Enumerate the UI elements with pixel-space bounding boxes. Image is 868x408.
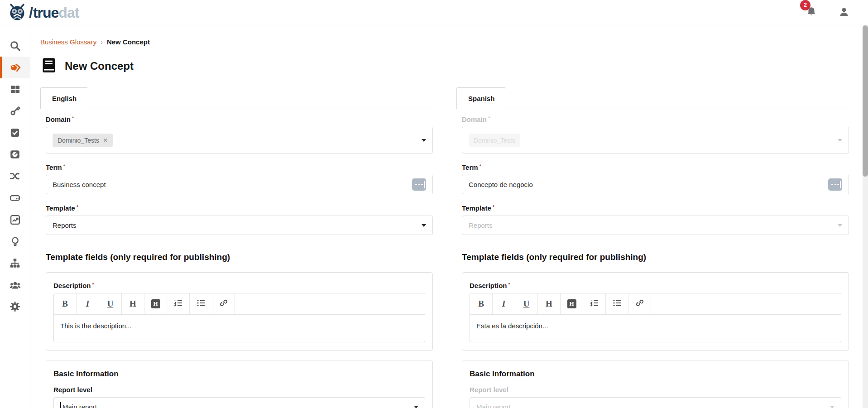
breadcrumb: Business Glossary › New Concept	[40, 38, 849, 46]
basic-information-card: Basic Information Report level Main repo…	[46, 360, 433, 408]
description-textarea[interactable]: This is the description...	[54, 315, 425, 342]
required-asterisk: *	[63, 163, 65, 169]
template-value: Reports	[53, 221, 77, 229]
template-select[interactable]: Reports	[46, 216, 433, 235]
chip-remove-icon[interactable]: ✕	[103, 138, 108, 143]
link-button[interactable]	[628, 293, 651, 314]
sidebar-item-quality[interactable]	[0, 144, 30, 165]
underline-button[interactable]: U	[99, 293, 122, 314]
sidebar-item-rules[interactable]	[0, 122, 30, 144]
user-icon	[838, 11, 850, 19]
term-input[interactable]: Business concept	[46, 175, 433, 194]
sidebar-item-search[interactable]	[0, 35, 30, 57]
heading-block-button[interactable]: H	[561, 293, 583, 314]
notification-count-badge: 2	[800, 0, 810, 10]
app-header: /truedat 2	[0, 0, 868, 25]
basic-information-heading: Basic Information	[470, 370, 841, 379]
unordered-list-button[interactable]	[190, 293, 212, 314]
chevron-down-icon	[422, 224, 426, 227]
template-label: Template*	[462, 204, 849, 212]
breadcrumb-separator: ›	[101, 38, 103, 46]
rich-text-editor: B I U H H Esta es la descripción...	[470, 293, 841, 342]
notifications-button[interactable]: 2	[806, 6, 817, 19]
italic-button[interactable]: I	[77, 293, 99, 314]
sidebar-item-structures[interactable]	[0, 187, 30, 209]
main-content: Business Glossary › New Concept New Conc…	[30, 25, 868, 408]
domain-select-disabled: Dominio_Tests✕	[462, 127, 849, 154]
heading-button[interactable]: H	[538, 293, 561, 314]
sidebar-item-permissions[interactable]	[0, 100, 30, 122]
ordered-list-icon	[174, 298, 183, 309]
term-label: Term*	[46, 163, 433, 171]
sidebar-item-lineage[interactable]	[0, 165, 30, 187]
domain-chip: Dominio_Tests✕	[469, 134, 520, 147]
unordered-list-icon	[613, 298, 622, 309]
required-asterisk: *	[488, 115, 490, 121]
template-fields-heading: Template fields (only required for publi…	[46, 252, 433, 262]
text-expand-button[interactable]	[412, 178, 426, 191]
editor-toolbar: B I U H H	[470, 293, 841, 315]
required-asterisk: *	[77, 204, 78, 210]
report-level-label: Report level	[53, 386, 425, 394]
required-asterisk: *	[72, 115, 74, 121]
domain-select[interactable]: Dominio_Tests✕	[46, 127, 433, 154]
sidebar-item-settings[interactable]	[0, 296, 30, 317]
tab-spanish[interactable]: Spanish	[456, 87, 506, 109]
sidebar-item-users[interactable]	[0, 274, 30, 296]
bold-button[interactable]: B	[470, 293, 493, 314]
template-label: Template*	[46, 204, 433, 212]
term-input[interactable]: Concepto de negocio	[462, 175, 849, 194]
basic-information-card: Basic Information Report level Main repo…	[462, 360, 849, 408]
bold-button[interactable]: B	[54, 293, 77, 314]
book-icon	[40, 57, 58, 76]
basic-information-heading: Basic Information	[53, 370, 425, 379]
chevron-down-icon	[838, 224, 842, 227]
sidebar-nav	[0, 25, 30, 408]
required-asterisk: *	[92, 282, 94, 287]
ordered-list-icon	[590, 298, 599, 309]
server-icon	[9, 192, 21, 204]
template-fields-heading: Template fields (only required for publi…	[462, 252, 849, 262]
breadcrumb-current: New Concept	[107, 38, 150, 46]
text-expand-button[interactable]	[828, 178, 842, 191]
description-label: Description*	[470, 282, 841, 289]
template-select-disabled: Reports	[462, 216, 849, 235]
italic-button[interactable]: I	[493, 293, 515, 314]
user-menu-button[interactable]	[838, 6, 850, 19]
grid-icon	[10, 84, 21, 95]
sidebar-item-insights[interactable]	[0, 230, 30, 252]
spanish-tabs-row: Spanish	[456, 87, 849, 109]
search-icon	[9, 40, 21, 52]
sitemap-icon	[9, 257, 21, 269]
sidebar-item-dashboards[interactable]	[0, 78, 30, 100]
underline-button[interactable]: U	[515, 293, 538, 314]
heading-block-button[interactable]: H	[144, 293, 167, 314]
report-level-value: Main report	[476, 403, 511, 408]
gear-icon	[9, 301, 21, 312]
shuffle-icon	[9, 170, 21, 182]
template-value: Reports	[469, 221, 493, 229]
term-label: Term*	[462, 163, 849, 171]
truedat-logo[interactable]: /truedat	[7, 3, 79, 22]
unordered-list-button[interactable]	[606, 293, 628, 314]
sidebar-item-taxonomy[interactable]	[0, 252, 30, 274]
link-button[interactable]	[212, 293, 235, 314]
description-textarea[interactable]: Esta es la descripción...	[470, 315, 841, 342]
sidebar-item-glossary[interactable]	[0, 57, 30, 78]
ordered-list-button[interactable]	[167, 293, 190, 314]
chevron-down-icon	[838, 139, 842, 142]
sidebar-item-analytics[interactable]	[0, 209, 30, 230]
heading-button[interactable]: H	[122, 293, 144, 314]
brand-wordmark: /truedat	[29, 5, 79, 20]
scrollbar-thumb[interactable]	[863, 25, 868, 177]
key-icon	[9, 105, 21, 117]
tab-english[interactable]: English	[40, 87, 88, 109]
report-level-select[interactable]: Main report	[53, 397, 425, 408]
ordered-list-button[interactable]	[583, 293, 606, 314]
domain-chip: Dominio_Tests✕	[53, 134, 113, 147]
gauge-icon	[9, 149, 21, 160]
term-value: Concepto de negocio	[469, 181, 533, 188]
scrollbar-track[interactable]	[863, 25, 868, 408]
report-level-select-disabled: Main report	[470, 397, 841, 408]
breadcrumb-business-glossary-link[interactable]: Business Glossary	[40, 38, 96, 46]
